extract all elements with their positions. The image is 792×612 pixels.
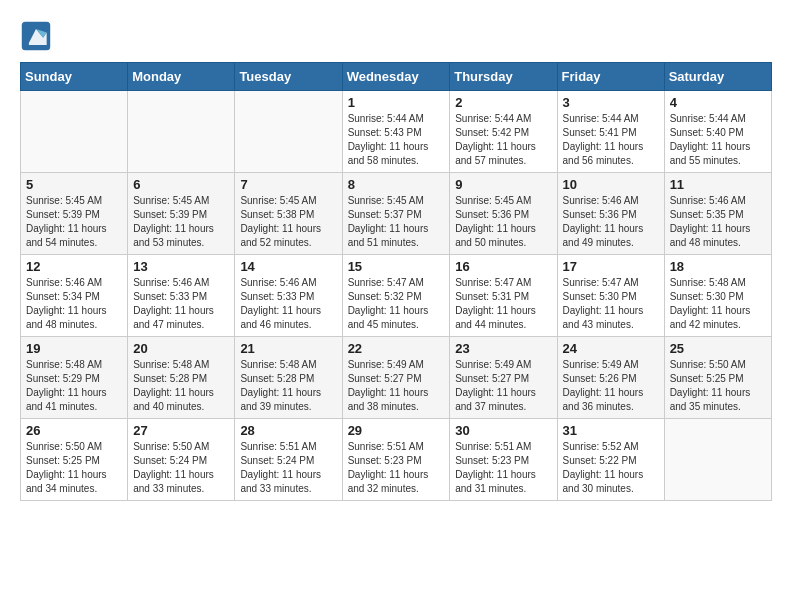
- day-number: 10: [563, 177, 659, 192]
- day-info: Sunrise: 5:46 AMSunset: 5:34 PMDaylight:…: [26, 276, 122, 332]
- calendar-week-row: 19Sunrise: 5:48 AMSunset: 5:29 PMDayligh…: [21, 337, 772, 419]
- day-number: 17: [563, 259, 659, 274]
- calendar-cell: 12Sunrise: 5:46 AMSunset: 5:34 PMDayligh…: [21, 255, 128, 337]
- calendar-cell: 16Sunrise: 5:47 AMSunset: 5:31 PMDayligh…: [450, 255, 557, 337]
- day-info: Sunrise: 5:44 AMSunset: 5:41 PMDaylight:…: [563, 112, 659, 168]
- day-number: 4: [670, 95, 766, 110]
- day-number: 26: [26, 423, 122, 438]
- day-info: Sunrise: 5:44 AMSunset: 5:42 PMDaylight:…: [455, 112, 551, 168]
- day-number: 11: [670, 177, 766, 192]
- day-info: Sunrise: 5:49 AMSunset: 5:26 PMDaylight:…: [563, 358, 659, 414]
- day-number: 28: [240, 423, 336, 438]
- day-info: Sunrise: 5:50 AMSunset: 5:25 PMDaylight:…: [670, 358, 766, 414]
- day-info: Sunrise: 5:45 AMSunset: 5:36 PMDaylight:…: [455, 194, 551, 250]
- weekday-header: Wednesday: [342, 63, 450, 91]
- day-number: 22: [348, 341, 445, 356]
- day-number: 8: [348, 177, 445, 192]
- day-info: Sunrise: 5:45 AMSunset: 5:37 PMDaylight:…: [348, 194, 445, 250]
- calendar-cell: 25Sunrise: 5:50 AMSunset: 5:25 PMDayligh…: [664, 337, 771, 419]
- day-info: Sunrise: 5:51 AMSunset: 5:24 PMDaylight:…: [240, 440, 336, 496]
- calendar-cell: 5Sunrise: 5:45 AMSunset: 5:39 PMDaylight…: [21, 173, 128, 255]
- weekday-header: Sunday: [21, 63, 128, 91]
- page: SundayMondayTuesdayWednesdayThursdayFrid…: [0, 0, 792, 511]
- day-info: Sunrise: 5:48 AMSunset: 5:30 PMDaylight:…: [670, 276, 766, 332]
- calendar-cell: 1Sunrise: 5:44 AMSunset: 5:43 PMDaylight…: [342, 91, 450, 173]
- day-number: 6: [133, 177, 229, 192]
- calendar-cell: [21, 91, 128, 173]
- calendar-cell: [128, 91, 235, 173]
- day-number: 18: [670, 259, 766, 274]
- day-number: 9: [455, 177, 551, 192]
- day-info: Sunrise: 5:46 AMSunset: 5:33 PMDaylight:…: [240, 276, 336, 332]
- day-info: Sunrise: 5:50 AMSunset: 5:24 PMDaylight:…: [133, 440, 229, 496]
- day-number: 19: [26, 341, 122, 356]
- day-number: 20: [133, 341, 229, 356]
- day-number: 15: [348, 259, 445, 274]
- calendar-cell: 22Sunrise: 5:49 AMSunset: 5:27 PMDayligh…: [342, 337, 450, 419]
- day-info: Sunrise: 5:51 AMSunset: 5:23 PMDaylight:…: [455, 440, 551, 496]
- day-number: 29: [348, 423, 445, 438]
- calendar-week-row: 1Sunrise: 5:44 AMSunset: 5:43 PMDaylight…: [21, 91, 772, 173]
- calendar-table: SundayMondayTuesdayWednesdayThursdayFrid…: [20, 62, 772, 501]
- day-info: Sunrise: 5:44 AMSunset: 5:43 PMDaylight:…: [348, 112, 445, 168]
- day-number: 5: [26, 177, 122, 192]
- day-info: Sunrise: 5:46 AMSunset: 5:36 PMDaylight:…: [563, 194, 659, 250]
- calendar-cell: 17Sunrise: 5:47 AMSunset: 5:30 PMDayligh…: [557, 255, 664, 337]
- day-number: 23: [455, 341, 551, 356]
- day-number: 3: [563, 95, 659, 110]
- day-info: Sunrise: 5:49 AMSunset: 5:27 PMDaylight:…: [348, 358, 445, 414]
- weekday-header: Tuesday: [235, 63, 342, 91]
- day-info: Sunrise: 5:48 AMSunset: 5:29 PMDaylight:…: [26, 358, 122, 414]
- day-info: Sunrise: 5:46 AMSunset: 5:35 PMDaylight:…: [670, 194, 766, 250]
- day-info: Sunrise: 5:47 AMSunset: 5:30 PMDaylight:…: [563, 276, 659, 332]
- logo-icon: [20, 20, 52, 52]
- weekday-header: Thursday: [450, 63, 557, 91]
- calendar-week-row: 5Sunrise: 5:45 AMSunset: 5:39 PMDaylight…: [21, 173, 772, 255]
- day-info: Sunrise: 5:47 AMSunset: 5:31 PMDaylight:…: [455, 276, 551, 332]
- day-info: Sunrise: 5:47 AMSunset: 5:32 PMDaylight:…: [348, 276, 445, 332]
- header-row: SundayMondayTuesdayWednesdayThursdayFrid…: [21, 63, 772, 91]
- calendar-cell: 13Sunrise: 5:46 AMSunset: 5:33 PMDayligh…: [128, 255, 235, 337]
- calendar-cell: 21Sunrise: 5:48 AMSunset: 5:28 PMDayligh…: [235, 337, 342, 419]
- day-info: Sunrise: 5:45 AMSunset: 5:38 PMDaylight:…: [240, 194, 336, 250]
- calendar-cell: 28Sunrise: 5:51 AMSunset: 5:24 PMDayligh…: [235, 419, 342, 501]
- weekday-header: Monday: [128, 63, 235, 91]
- weekday-header: Saturday: [664, 63, 771, 91]
- day-info: Sunrise: 5:44 AMSunset: 5:40 PMDaylight:…: [670, 112, 766, 168]
- calendar-cell: 6Sunrise: 5:45 AMSunset: 5:39 PMDaylight…: [128, 173, 235, 255]
- day-info: Sunrise: 5:45 AMSunset: 5:39 PMDaylight:…: [133, 194, 229, 250]
- calendar-cell: 31Sunrise: 5:52 AMSunset: 5:22 PMDayligh…: [557, 419, 664, 501]
- day-number: 12: [26, 259, 122, 274]
- calendar-cell: [664, 419, 771, 501]
- logo: [20, 20, 58, 52]
- day-number: 31: [563, 423, 659, 438]
- day-info: Sunrise: 5:51 AMSunset: 5:23 PMDaylight:…: [348, 440, 445, 496]
- calendar-cell: 11Sunrise: 5:46 AMSunset: 5:35 PMDayligh…: [664, 173, 771, 255]
- day-number: 2: [455, 95, 551, 110]
- calendar-week-row: 12Sunrise: 5:46 AMSunset: 5:34 PMDayligh…: [21, 255, 772, 337]
- day-info: Sunrise: 5:48 AMSunset: 5:28 PMDaylight:…: [133, 358, 229, 414]
- calendar-cell: [235, 91, 342, 173]
- calendar-cell: 8Sunrise: 5:45 AMSunset: 5:37 PMDaylight…: [342, 173, 450, 255]
- day-info: Sunrise: 5:52 AMSunset: 5:22 PMDaylight:…: [563, 440, 659, 496]
- day-number: 24: [563, 341, 659, 356]
- calendar-cell: 26Sunrise: 5:50 AMSunset: 5:25 PMDayligh…: [21, 419, 128, 501]
- day-number: 27: [133, 423, 229, 438]
- day-info: Sunrise: 5:46 AMSunset: 5:33 PMDaylight:…: [133, 276, 229, 332]
- calendar-cell: 9Sunrise: 5:45 AMSunset: 5:36 PMDaylight…: [450, 173, 557, 255]
- calendar-cell: 7Sunrise: 5:45 AMSunset: 5:38 PMDaylight…: [235, 173, 342, 255]
- day-number: 16: [455, 259, 551, 274]
- calendar-cell: 20Sunrise: 5:48 AMSunset: 5:28 PMDayligh…: [128, 337, 235, 419]
- day-number: 30: [455, 423, 551, 438]
- calendar-cell: 10Sunrise: 5:46 AMSunset: 5:36 PMDayligh…: [557, 173, 664, 255]
- day-info: Sunrise: 5:49 AMSunset: 5:27 PMDaylight:…: [455, 358, 551, 414]
- day-number: 21: [240, 341, 336, 356]
- calendar-cell: 19Sunrise: 5:48 AMSunset: 5:29 PMDayligh…: [21, 337, 128, 419]
- day-number: 1: [348, 95, 445, 110]
- header: [20, 20, 772, 52]
- day-info: Sunrise: 5:48 AMSunset: 5:28 PMDaylight:…: [240, 358, 336, 414]
- calendar-cell: 29Sunrise: 5:51 AMSunset: 5:23 PMDayligh…: [342, 419, 450, 501]
- day-info: Sunrise: 5:45 AMSunset: 5:39 PMDaylight:…: [26, 194, 122, 250]
- calendar-cell: 30Sunrise: 5:51 AMSunset: 5:23 PMDayligh…: [450, 419, 557, 501]
- calendar-cell: 15Sunrise: 5:47 AMSunset: 5:32 PMDayligh…: [342, 255, 450, 337]
